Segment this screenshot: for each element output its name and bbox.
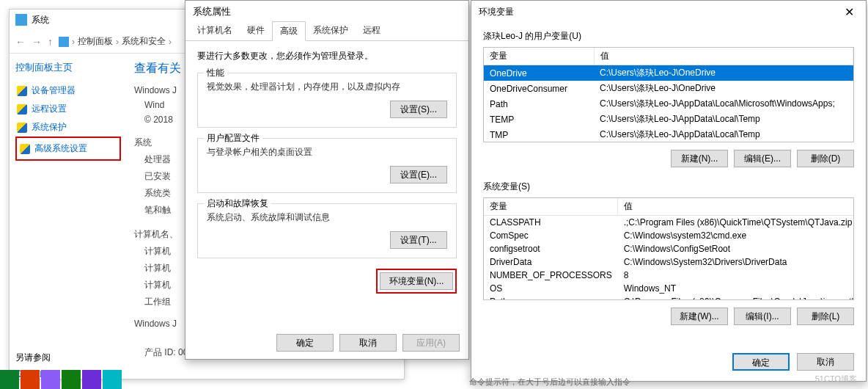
taskbar[interactable] <box>0 370 220 389</box>
breadcrumb-item[interactable]: 控制面板 <box>78 35 113 48</box>
sys-vars-label: 系统变量(S) <box>483 181 854 193</box>
sidebar: 控制面板主页 设备管理器 远程设置 系统保护 高级系统设置 另请参阅 安全和维护 <box>10 54 127 389</box>
taskbar-icon[interactable] <box>62 370 81 389</box>
sidebar-item-device-manager[interactable]: 设备管理器 <box>15 81 121 100</box>
user-variables-table[interactable]: 变量值 OneDriveC:\Users\涤玦Leo-J\OneDriveOne… <box>483 47 854 142</box>
perf-settings-button[interactable]: 设置(S)... <box>390 101 447 118</box>
cancel-button[interactable]: 取消 <box>339 334 397 352</box>
sys-edit-button[interactable]: 编辑(I)... <box>734 308 791 325</box>
computer-icon <box>59 37 69 47</box>
shield-icon <box>17 104 27 114</box>
sys-new-button[interactable]: 新建(W)... <box>671 308 728 325</box>
dialog-title: 环境变量 <box>479 6 514 18</box>
back-arrow-icon[interactable]: ← <box>15 36 26 48</box>
table-row[interactable]: TEMPC:\Users\涤玦Leo-J\AppData\Local\Temp <box>484 112 853 127</box>
user-edit-button[interactable]: 编辑(E)... <box>734 150 791 167</box>
close-icon[interactable]: ✕ <box>840 5 858 19</box>
taskbar-icon[interactable] <box>82 370 101 389</box>
tab-hardware[interactable]: 硬件 <box>240 21 272 40</box>
user-new-button[interactable]: 新建(N)... <box>671 150 728 167</box>
table-row[interactable]: configsetrootC:\Windows\ConfigSetRoot <box>484 242 854 255</box>
taskbar-icon[interactable] <box>41 370 60 389</box>
table-row[interactable]: OSWindows_NT <box>484 282 854 295</box>
highlight-annotation: 高级系统设置 <box>15 137 121 161</box>
table-row[interactable]: OneDriveC:\Users\涤玦Leo-J\OneDrive <box>484 65 853 81</box>
system-variables-table[interactable]: 变量值 CLASSPATH.;C:\Program Files (x86)\Qu… <box>483 197 854 300</box>
up-arrow-icon[interactable]: ↑ <box>48 36 53 48</box>
shield-icon <box>17 86 27 96</box>
system-properties-dialog: 系统属性 计算机名 硬件 高级 系统保护 远程 要进行大多数更改，您必须作为管理… <box>185 0 469 360</box>
dialog-title[interactable]: 系统属性 <box>185 1 468 21</box>
dialog-titlebar[interactable]: 环境变量 ✕ <box>471 1 866 23</box>
sidebar-item-protection[interactable]: 系统保护 <box>15 118 121 137</box>
profile-settings-button[interactable]: 设置(E)... <box>390 166 447 183</box>
user-delete-button[interactable]: 删除(D) <box>797 150 854 167</box>
table-row[interactable]: DriverDataC:\Windows\System32\Drivers\Dr… <box>484 255 854 269</box>
table-row[interactable]: PathC:\Program Files (x86)\Common Files\… <box>484 295 854 300</box>
system-icon <box>15 14 27 26</box>
admin-hint: 要进行大多数更改，您必须作为管理员登录。 <box>197 50 457 62</box>
cancel-button[interactable]: 取消 <box>797 353 854 371</box>
apply-button: 应用(A) <box>402 334 460 352</box>
breadcrumb[interactable]: › 控制面板 › 系统和安全 › <box>59 35 172 48</box>
table-row[interactable]: OneDriveConsumerC:\Users\涤玦Leo-J\OneDriv… <box>484 81 853 96</box>
ok-button[interactable]: 确定 <box>276 334 334 352</box>
startup-settings-button[interactable]: 设置(T)... <box>390 231 447 249</box>
see-also-heading: 另请参阅 <box>15 352 121 364</box>
user-vars-label: 涤玦Leo-J 的用户变量(U) <box>483 30 854 43</box>
watermark: 51CTO博客 <box>815 374 857 385</box>
tab-advanced[interactable]: 高级 <box>272 21 306 41</box>
tab-remote[interactable]: 远程 <box>356 21 388 40</box>
shield-icon <box>20 144 30 154</box>
taskbar-icon[interactable] <box>21 370 40 389</box>
table-row[interactable]: PathC:\Users\涤玦Leo-J\AppData\Local\Micro… <box>484 96 853 112</box>
table-row[interactable]: ComSpecC:\Windows\system32\cmd.exe <box>484 229 854 242</box>
startup-recovery-group: 启动和故障恢复 系统启动、系统故障和调试信息 设置(T)... <box>197 203 457 258</box>
tab-computer-name[interactable]: 计算机名 <box>190 21 240 40</box>
environment-variables-dialog: 环境变量 ✕ 涤玦Leo-J 的用户变量(U) 变量值 OneDriveC:\U… <box>471 0 867 382</box>
tab-protection[interactable]: 系统保护 <box>306 21 356 40</box>
ok-button[interactable]: 确定 <box>732 353 790 371</box>
window-title: 系统 <box>32 14 49 26</box>
user-profile-group: 用户配置文件 与登录帐户相关的桌面设置 设置(E)... <box>197 138 457 193</box>
environment-variables-button[interactable]: 环境变量(N)... <box>380 272 453 290</box>
forward-arrow-icon: → <box>32 36 42 48</box>
footnote: 命令提示符，在大于号后边可以直接输入指令 <box>469 377 630 388</box>
sys-delete-button[interactable]: 删除(L) <box>797 308 854 325</box>
breadcrumb-item[interactable]: 系统和安全 <box>122 35 166 48</box>
highlight-annotation: 环境变量(N)... <box>376 269 457 294</box>
table-row[interactable]: NUMBER_OF_PROCESSORS8 <box>484 269 854 282</box>
table-row[interactable]: TMPC:\Users\涤玦Leo-J\AppData\Local\Temp <box>484 127 853 142</box>
sidebar-item-advanced[interactable]: 高级系统设置 <box>18 139 118 158</box>
sidebar-item-remote[interactable]: 远程设置 <box>15 100 121 118</box>
taskbar-icon[interactable] <box>103 370 122 389</box>
tabs: 计算机名 硬件 高级 系统保护 远程 <box>185 21 468 41</box>
taskbar-icon[interactable] <box>0 370 19 389</box>
shield-icon <box>17 123 27 133</box>
table-row[interactable]: CLASSPATH.;C:\Program Files (x86)\QuickT… <box>484 216 854 230</box>
sidebar-title[interactable]: 控制面板主页 <box>15 61 121 74</box>
performance-group: 性能 视觉效果，处理器计划，内存使用，以及虚拟内存 设置(S)... <box>197 73 457 128</box>
